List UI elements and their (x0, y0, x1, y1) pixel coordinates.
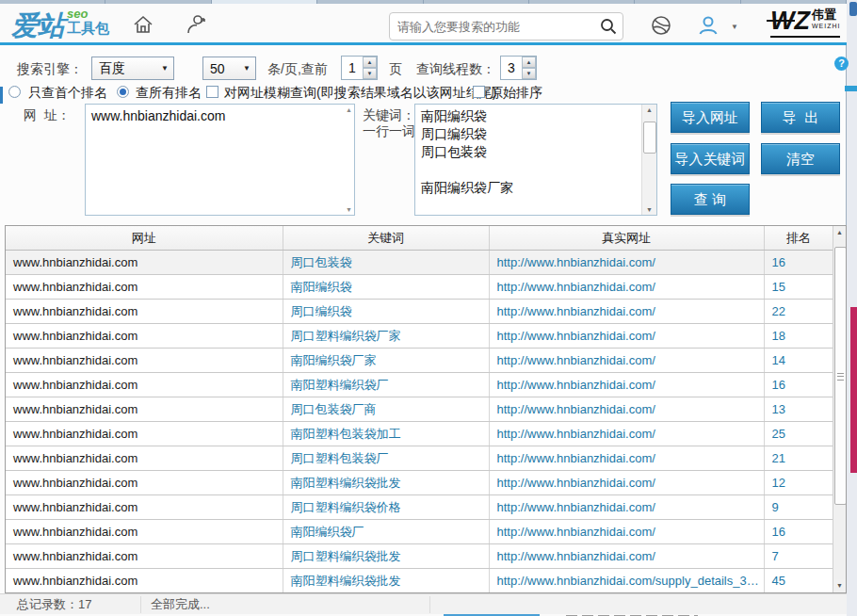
chevron-down-icon: ▼ (156, 57, 173, 79)
cell-rank: 7 (764, 544, 833, 569)
cell-keyword[interactable]: 南阳塑料编织袋厂 (283, 373, 489, 397)
cell-site-url: www.hnbianzhidai.com (6, 300, 283, 324)
search-icon[interactable] (594, 13, 623, 40)
threads-label: 查询线程数： (416, 61, 495, 78)
checkbox-fuzzy-match[interactable] (206, 86, 218, 98)
status-bar: 总记录数：17 全部完成... (0, 593, 847, 615)
cell-real-url[interactable]: http://www.hnbianzhidai.com/ (489, 446, 764, 471)
table-row[interactable]: www.hnbianzhidai.com 周口编织袋 http://www.hn… (6, 300, 833, 324)
cell-keyword[interactable]: 周口包装袋 (283, 251, 489, 275)
cell-keyword[interactable]: 周口包装袋厂商 (283, 397, 489, 422)
table-row[interactable]: www.hnbianzhidai.com 南阳塑料编织袋厂 http://www… (6, 373, 833, 397)
cell-real-url[interactable]: http://www.hnbianzhidai.com/ (489, 495, 764, 520)
cell-real-url[interactable]: http://www.hnbianzhidai.com/ (489, 324, 764, 349)
cell-real-url[interactable]: http://www.hnbianzhidai.com/ (489, 544, 764, 569)
table-row[interactable]: www.hnbianzhidai.com 南阳塑料包装袋加工 http://ww… (6, 422, 833, 446)
threads-stepper[interactable]: 3 ▲ ▼ (500, 56, 537, 80)
cell-real-url[interactable]: http://www.hnbianzhidai.com/ (489, 251, 764, 275)
import-urls-button[interactable]: 导入网址 (671, 102, 750, 133)
engine-label: 搜索引擎： (17, 61, 83, 78)
radio-first-rank[interactable] (8, 86, 21, 98)
radio-first-rank-label[interactable]: 只查首个排名 (28, 85, 107, 102)
table-row[interactable]: www.hnbianzhidai.com 南阳塑料编织袋批发 http://ww… (6, 569, 833, 593)
cell-real-url[interactable]: http://www.hnbianzhidai.com/ (489, 275, 764, 300)
cell-keyword[interactable]: 南阳塑料包装袋加工 (283, 422, 489, 446)
header-real-url[interactable]: 真实网址 (489, 226, 764, 251)
checkbox-original-order-label[interactable]: 原始排序 (490, 85, 542, 102)
keywords-scrollbar[interactable]: ▲ ▼ (641, 105, 656, 215)
header-keyword[interactable]: 关键词 (283, 226, 489, 251)
table-row[interactable]: www.hnbianzhidai.com 周口塑料编织袋价格 http://ww… (6, 495, 833, 520)
cell-real-url[interactable]: http://www.hnbianzhidai.com/ (489, 349, 764, 373)
cell-keyword[interactable]: 南阳塑料编织袋批发 (283, 471, 489, 495)
stepper-down-icon[interactable]: ▼ (363, 68, 377, 79)
user-link-icon[interactable] (175, 11, 217, 38)
page-count-stepper[interactable]: 1 ▲ ▼ (341, 56, 378, 80)
cell-keyword[interactable]: 南阳编织袋 (283, 275, 489, 300)
cell-keyword[interactable]: 周口塑料编织袋厂家 (283, 324, 489, 349)
table-row[interactable]: www.hnbianzhidai.com 南阳编织袋厂 http://www.h… (6, 520, 833, 544)
cell-keyword[interactable]: 周口塑料包装袋厂 (283, 446, 489, 471)
scroll-up-icon[interactable]: ▲ (346, 106, 352, 113)
search-input[interactable] (390, 20, 594, 34)
header-site-url[interactable]: 网址 (6, 226, 283, 251)
radio-all-ranks[interactable] (117, 86, 129, 98)
scrollbar-thumb[interactable] (834, 247, 847, 505)
cell-rank: 25 (764, 422, 833, 446)
stepper-up-icon[interactable]: ▲ (522, 57, 536, 68)
table-row[interactable]: www.hnbianzhidai.com 周口包装袋 http://www.hn… (6, 251, 833, 275)
table-header-row: 网址 关键词 真实网址 排名 (6, 226, 833, 251)
page-size-select[interactable]: 50 ▼ (202, 57, 256, 80)
scroll-up-icon[interactable]: ▲ (642, 106, 656, 113)
cell-keyword[interactable]: 周口编织袋 (283, 300, 489, 324)
keywords-textarea[interactable]: 南阳编织袋 周口编织袋 周口包装袋 南阳编织袋厂家 (415, 105, 656, 215)
checkbox-original-order[interactable] (473, 86, 485, 98)
app-screen: 爱站 seo 工具包 (0, 0, 857, 616)
table-row[interactable]: www.hnbianzhidai.com 周口塑料编织袋批发 http://ww… (6, 544, 833, 569)
radio-all-ranks-label[interactable]: 查所有排名 (136, 85, 202, 102)
cell-real-url[interactable]: http://www.hnbianzhidai.com/ (489, 422, 764, 446)
cell-rank: 15 (764, 275, 833, 300)
cell-real-url[interactable]: http://www.hnbianzhidai.com/ (489, 397, 764, 422)
table-row[interactable]: www.hnbianzhidai.com 南阳编织袋厂家 http://www.… (6, 349, 833, 373)
logo-main-text: 爱站 (11, 8, 64, 45)
scroll-down-icon[interactable]: ▼ (642, 206, 656, 213)
export-button[interactable]: 导 出 (761, 102, 840, 133)
account-icon[interactable] (693, 13, 723, 38)
help-icon[interactable]: ? (834, 57, 849, 71)
keywords-textarea-frame: 南阳编织袋 周口编织袋 周口包装袋 南阳编织袋厂家 ▲ ▼ (414, 104, 657, 216)
cell-keyword[interactable]: 周口塑料编织袋价格 (283, 495, 489, 520)
table-row[interactable]: www.hnbianzhidai.com 周口塑料编织袋厂家 http://ww… (6, 324, 833, 349)
cell-real-url[interactable]: http://www.hnbianzhidai.com/ (489, 373, 764, 397)
checkbox-fuzzy-match-label[interactable]: 对网址模糊查询(即搜索结果域名以该网址结尾) (224, 85, 496, 102)
globe-icon[interactable] (646, 13, 676, 38)
query-button[interactable]: 查 询 (671, 184, 750, 215)
cell-keyword[interactable]: 南阳编织袋厂 (283, 520, 489, 544)
cell-keyword[interactable]: 周口塑料编织袋批发 (283, 544, 489, 569)
clear-button[interactable]: 清空 (761, 143, 840, 174)
cell-real-url[interactable]: http://www.hnbianzhidai.com/supply_detai… (489, 569, 764, 593)
cell-keyword[interactable]: 南阳编织袋厂家 (283, 349, 489, 373)
import-keywords-button[interactable]: 导入关键词 (671, 143, 750, 174)
keyword-sublabel: 一行一词 (363, 123, 415, 140)
table-row[interactable]: www.hnbianzhidai.com 南阳塑料编织袋批发 http://ww… (6, 471, 833, 495)
table-scrollbar[interactable]: ▲ ▼ (833, 226, 846, 592)
scrollbar-thumb[interactable] (643, 122, 656, 154)
account-caret-icon[interactable]: ▼ (731, 23, 738, 31)
table-row[interactable]: www.hnbianzhidai.com 周口塑料包装袋厂 http://www… (6, 446, 833, 471)
url-textarea[interactable]: www.hnbianzhidai.com (86, 105, 354, 215)
table-row[interactable]: www.hnbianzhidai.com 南阳编织袋 http://www.hn… (6, 275, 833, 300)
table-row[interactable]: www.hnbianzhidai.com 周口包装袋厂商 http://www.… (6, 397, 833, 422)
engine-select[interactable]: 百度 ▼ (91, 57, 174, 80)
cell-real-url[interactable]: http://www.hnbianzhidai.com/ (489, 300, 764, 324)
stepper-up-icon[interactable]: ▲ (363, 57, 377, 68)
home-icon[interactable] (122, 11, 164, 38)
scroll-down-icon[interactable]: ▼ (833, 579, 846, 592)
cell-keyword[interactable]: 南阳塑料编织袋批发 (283, 569, 489, 593)
header-rank[interactable]: 排名 (764, 226, 833, 251)
scroll-down-icon[interactable]: ▼ (346, 206, 352, 213)
scroll-up-icon[interactable]: ▲ (833, 226, 846, 239)
stepper-down-icon[interactable]: ▼ (522, 68, 536, 79)
cell-real-url[interactable]: http://www.hnbianzhidai.com/ (489, 520, 764, 544)
cell-real-url[interactable]: http://www.hnbianzhidai.com/ (489, 471, 764, 495)
